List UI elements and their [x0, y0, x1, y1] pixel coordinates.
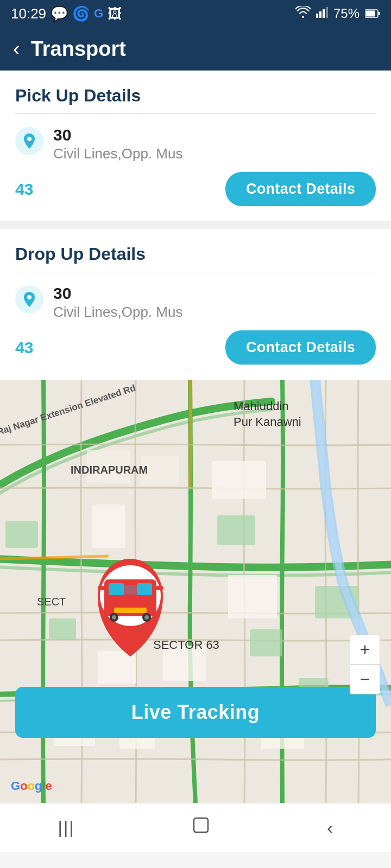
- svg-point-10: [27, 295, 31, 299]
- pickup-action-row: 43 Contact Details: [15, 172, 376, 206]
- pickup-location-row: 30 Civil Lines,Opp. Mus: [15, 126, 376, 162]
- svg-rect-3: [326, 7, 328, 18]
- dropup-action-row: 43 Contact Details: [15, 330, 376, 365]
- svg-point-40: [144, 615, 149, 620]
- dropup-stop-number: 43: [15, 339, 33, 357]
- pickup-location-icon: [15, 127, 43, 155]
- app-header: ‹ Transport: [0, 27, 391, 71]
- map-label-mahiuddin: MahiuddinPur Kanawni: [234, 399, 301, 430]
- wifi-icon: [295, 6, 311, 21]
- dropup-section: Drop Up Details 30 Civil Lines,Opp. Mus …: [0, 229, 391, 380]
- main-content: Pick Up Details 30 Civil Lines,Opp. Mus …: [0, 71, 391, 803]
- section-separator-1: [0, 221, 391, 229]
- live-tracking-button[interactable]: Live Tracking: [15, 687, 376, 738]
- svg-rect-6: [366, 11, 375, 17]
- pickup-location-info: 30 Civil Lines,Opp. Mus: [53, 126, 182, 162]
- pickup-divider: [15, 113, 376, 114]
- svg-rect-17: [250, 629, 282, 656]
- dropup-location-row: 30 Civil Lines,Opp. Mus: [15, 284, 376, 321]
- dropup-divider: [15, 272, 376, 272]
- pickup-contact-button[interactable]: Contact Details: [225, 172, 376, 206]
- nav-home-icon[interactable]: [191, 815, 211, 840]
- battery-icon: [365, 6, 380, 21]
- zoom-in-button[interactable]: +: [350, 635, 380, 665]
- wind-icon: 🌀: [72, 5, 90, 22]
- page-title: Transport: [31, 37, 126, 61]
- svg-rect-23: [92, 505, 125, 548]
- svg-rect-25: [228, 575, 277, 618]
- map-label-sect: SECT: [37, 596, 66, 608]
- svg-rect-13: [5, 521, 38, 548]
- map-label-indirapuram: INDIRAPURAM: [71, 464, 148, 476]
- svg-point-8: [27, 137, 31, 141]
- svg-rect-42: [156, 586, 163, 590]
- map-background: [0, 380, 391, 803]
- bus-map-marker: [87, 548, 174, 656]
- dropup-location-info: 30 Civil Lines,Opp. Mus: [53, 284, 182, 321]
- svg-rect-35: [111, 585, 150, 595]
- svg-rect-36: [114, 608, 147, 613]
- svg-rect-5: [379, 12, 380, 15]
- nav-back-icon[interactable]: ‹: [327, 817, 333, 838]
- dropup-location-address: Civil Lines,Opp. Mus: [53, 304, 182, 321]
- dropup-contact-button[interactable]: Contact Details: [225, 330, 376, 365]
- navigation-bar: ||| ‹: [0, 803, 391, 852]
- pickup-section-title: Pick Up Details: [15, 86, 376, 106]
- svg-rect-24: [212, 461, 266, 499]
- svg-rect-0: [316, 14, 318, 18]
- zoom-out-button[interactable]: −: [350, 665, 380, 694]
- dropup-section-title: Drop Up Details: [15, 244, 376, 264]
- status-right: 75%: [295, 6, 380, 21]
- pickup-section: Pick Up Details 30 Civil Lines,Opp. Mus …: [0, 71, 391, 221]
- svg-rect-43: [194, 818, 208, 832]
- signal-icon: [316, 6, 328, 21]
- back-button[interactable]: ‹: [13, 37, 20, 61]
- nav-recent-apps-icon[interactable]: |||: [58, 818, 75, 838]
- svg-rect-1: [319, 11, 321, 18]
- map-container: INDIRAPURAM MahiuddinPur Kanawni SECTOR …: [0, 380, 391, 803]
- gallery-icon: 🖼: [108, 5, 122, 22]
- dropup-location-number: 30: [53, 284, 182, 303]
- message-icon: 💬: [51, 5, 68, 22]
- battery-display: 75%: [333, 6, 360, 21]
- svg-rect-41: [98, 586, 104, 590]
- dropup-location-icon: [15, 285, 43, 314]
- time-display: 10:29: [11, 5, 46, 22]
- google-icon: G: [94, 7, 103, 21]
- google-logo: Google: [11, 779, 52, 793]
- pickup-location-number: 30: [53, 126, 182, 144]
- svg-point-38: [112, 615, 116, 620]
- pickup-location-address: Civil Lines,Opp. Mus: [53, 145, 182, 162]
- svg-rect-15: [217, 515, 255, 545]
- svg-rect-2: [323, 9, 325, 18]
- map-zoom-controls: + −: [350, 635, 380, 694]
- status-bar: 10:29 💬 🌀 G 🖼 75%: [0, 0, 391, 27]
- svg-rect-14: [49, 618, 76, 640]
- pickup-stop-number: 43: [15, 180, 33, 199]
- status-left: 10:29 💬 🌀 G 🖼: [11, 5, 122, 22]
